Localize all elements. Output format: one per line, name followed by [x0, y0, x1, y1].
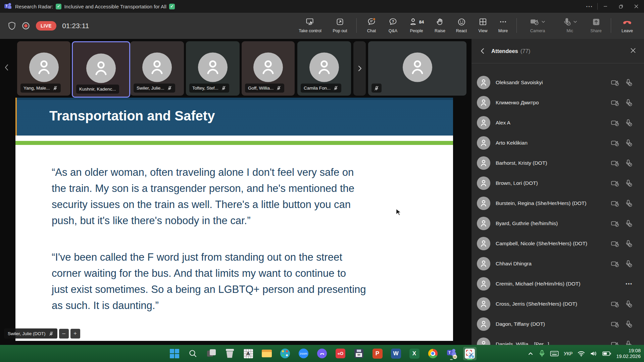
video-tile[interactable]: [368, 41, 466, 96]
pop-out-button[interactable]: Pop out: [328, 15, 352, 33]
attendee-row[interactable]: Oleksandr Savoiskyi: [472, 72, 644, 93]
mic-off-icon: [333, 86, 338, 91]
tiles-scroll-right-button[interactable]: [353, 41, 366, 96]
camera-button[interactable]: Camera: [521, 15, 554, 33]
titlebar-more-icon[interactable]: •••: [582, 4, 597, 8]
chat-button[interactable]: Chat: [361, 15, 382, 33]
leave-button[interactable]: Leave: [615, 15, 639, 33]
check-emoji-icon: ✓: [56, 4, 61, 9]
tiles-scroll-left-icon[interactable]: [3, 63, 10, 72]
restore-button[interactable]: [613, 0, 629, 13]
paint-app[interactable]: [279, 347, 292, 360]
mic-button[interactable]: Mic: [554, 15, 585, 33]
tray-mic-active-icon[interactable]: [539, 350, 545, 357]
react-button[interactable]: React: [451, 15, 472, 33]
attendee-row[interactable]: Byard, Guthrie (he/him/his): [472, 213, 644, 234]
grid-a-app[interactable]: A: [242, 347, 255, 360]
chevron-down-icon[interactable]: [541, 19, 546, 24]
chrome-app[interactable]: [426, 347, 440, 360]
raise-hand-button[interactable]: Raise: [429, 15, 451, 33]
zoom-in-button[interactable]: +: [70, 329, 80, 339]
svg-text:?: ?: [392, 19, 394, 23]
word-icon: W: [391, 349, 401, 359]
viber-app[interactable]: [315, 347, 329, 360]
attendee-row[interactable]: Barhorst, Kristy (DOT): [472, 153, 644, 173]
floppy-64-app[interactable]: 64: [352, 347, 366, 360]
close-panel-button[interactable]: [630, 48, 636, 53]
row-more-icon[interactable]: •••: [626, 281, 633, 287]
zoom-out-button[interactable]: –: [59, 329, 69, 339]
attendee-name: Alex A: [496, 120, 611, 126]
attendee-row[interactable]: Burstein, Regina (She/Her/Hers) (DOT): [472, 193, 644, 213]
chevron-down-icon[interactable]: [573, 19, 578, 24]
meeting-timer: 01:23:11: [62, 22, 89, 30]
tray-chevron-up-icon[interactable]: [527, 350, 534, 357]
video-tile[interactable]: Camila Fon...: [297, 41, 351, 96]
avatar: [29, 52, 59, 82]
close-button[interactable]: [629, 0, 644, 13]
raise-hand-icon: [436, 17, 445, 27]
recycle-bin[interactable]: [223, 347, 237, 360]
snipping-tool-app[interactable]: [463, 347, 477, 360]
avatar: [477, 257, 490, 270]
taskbar-search[interactable]: [186, 347, 200, 360]
attendee-row[interactable]: Arto Keklikian: [472, 133, 644, 153]
mic-off-icon: [625, 300, 633, 308]
more-button[interactable]: More: [494, 15, 512, 33]
red-o-app[interactable]: «O: [334, 347, 347, 360]
attendee-row[interactable]: Cremin, Michael (He/Him/His) (DOT) •••: [472, 274, 644, 294]
task-view-button[interactable]: [205, 347, 218, 360]
window-title: Research Radar: ✓ Inclusive and Accessib…: [15, 4, 175, 9]
video-tile-active-speaker[interactable]: Kushnir, Kadenc...: [72, 41, 130, 98]
share-button[interactable]: Share: [585, 15, 607, 33]
chrome-icon: [428, 349, 438, 358]
grid-a-icon: A: [244, 349, 253, 358]
attendee-name: Клименко Дмитро: [496, 100, 611, 106]
attendee-row[interactable]: Клименко Дмитро: [472, 93, 644, 113]
attendee-row[interactable]: Alex A: [472, 113, 644, 133]
camera-off-icon: [611, 240, 620, 248]
mic-off-icon: [625, 340, 633, 345]
avatar: [477, 76, 490, 89]
attendee-row[interactable]: Cross, Jerris (She/Her/Hers) (DOT): [472, 294, 644, 314]
mic-off-icon: [49, 331, 54, 336]
start-button[interactable]: [168, 347, 181, 360]
people-button[interactable]: 84 People: [404, 15, 429, 33]
teams-logo-icon: T: [4, 3, 11, 10]
video-tile[interactable]: Goff, Willia...: [242, 41, 295, 96]
chevron-left-icon: [480, 48, 485, 54]
qa-button[interactable]: ? Q&A: [382, 15, 404, 33]
video-tile[interactable]: Swiler, Julie...: [130, 41, 184, 96]
volume-icon[interactable]: [590, 351, 597, 357]
camera-off-icon: [611, 179, 620, 187]
attendee-row[interactable]: Chhavi Dhingra: [472, 254, 644, 274]
file-explorer[interactable]: [260, 347, 274, 360]
participant-name: Swiler, Julie...: [137, 86, 164, 91]
attendee-row[interactable]: Daniels, Willia... [Per...]: [472, 334, 644, 345]
language-indicator[interactable]: УКР: [564, 351, 573, 356]
check-emoji-icon: ✓: [169, 4, 175, 9]
tray-clock[interactable]: 19:08 19.02.2026: [616, 348, 641, 359]
zoom-app[interactable]: zoom: [297, 347, 310, 360]
attendee-row[interactable]: Dagon, Tiffany (DOT): [472, 314, 644, 334]
teams-app[interactable]: T uu: [445, 347, 458, 360]
mic-off-icon: [625, 99, 633, 107]
attendee-row[interactable]: Campbell, Nicole (She/Her/Hers) (DOT): [472, 234, 644, 254]
slide-green-stripe: [15, 141, 453, 145]
attendee-row[interactable]: Brown, Lori (DOT): [472, 173, 644, 193]
video-tile[interactable]: Toftey, Stef...: [186, 41, 240, 96]
video-tile[interactable]: Yang, Male...: [17, 41, 70, 96]
word-app[interactable]: W: [389, 347, 403, 360]
minimize-button[interactable]: [598, 0, 613, 13]
view-button[interactable]: View: [472, 15, 494, 33]
attendees-list[interactable]: Oleksandr Savoiskyi Клименко Дмитро: [472, 63, 644, 345]
back-button[interactable]: [480, 48, 485, 54]
powerpoint-app[interactable]: P: [371, 347, 384, 360]
battery-icon[interactable]: [602, 351, 611, 356]
excel-app[interactable]: X: [408, 347, 421, 360]
wifi-icon[interactable]: [578, 351, 585, 357]
attendee-name: Burstein, Regina (She/Her/Hers) (DOT): [496, 200, 611, 206]
take-control-button[interactable]: Take control: [293, 15, 328, 33]
attendee-name: Cross, Jerris (She/Her/Hers) (DOT): [496, 301, 611, 307]
touch-keyboard-icon[interactable]: [550, 350, 559, 357]
